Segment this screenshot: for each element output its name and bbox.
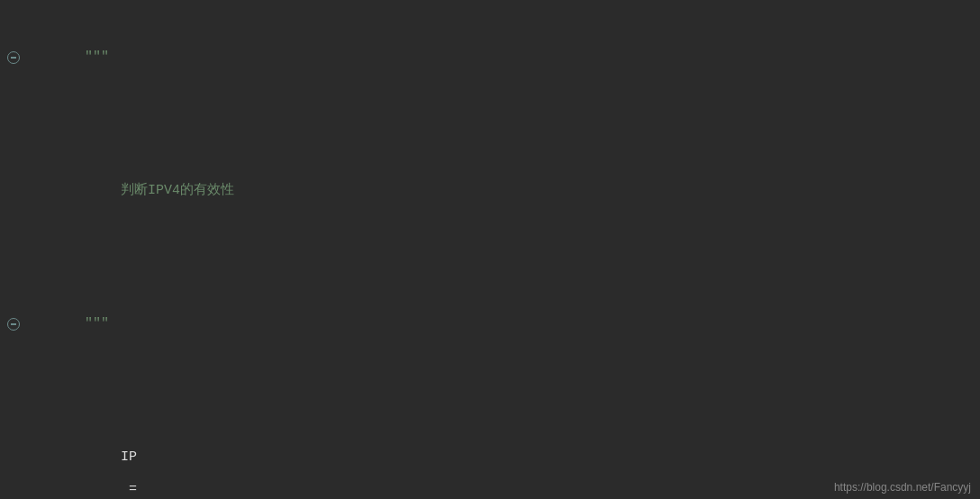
line-3-content: 判断IPV4的有效性 (63, 142, 980, 240)
code-line-6 (0, 375, 980, 407)
code-line-1: """ (0, 7, 980, 108)
comment-text: 判断IPV4的有效性 (121, 183, 234, 198)
code-line-2 (0, 108, 980, 141)
gutter-1 (0, 51, 27, 64)
gutter-icon-1 (7, 51, 20, 64)
op-assign: = (121, 482, 145, 497)
line-5-content: """ (27, 276, 980, 373)
code-editor: """ 判断IPV4的有效性 """ (0, 0, 980, 499)
code-line-5: """ (0, 274, 980, 375)
gutter-5 (0, 318, 27, 331)
line-1-content: """ (27, 9, 980, 106)
watermark: https://blog.csdn.net/Fancyyj (834, 481, 971, 494)
gutter-icon-5 (7, 318, 20, 331)
code-line-7: IP = input ( "请输入需要验证的ip：" ). strip () (0, 407, 980, 499)
svg-rect-1 (11, 323, 16, 325)
var-ip: IP (121, 449, 137, 465)
svg-rect-0 (11, 57, 16, 59)
docstring-open: """ (85, 50, 109, 65)
code-line-3: 判断IPV4的有效性 (0, 141, 980, 241)
code-line-4 (0, 241, 980, 274)
docstring-close: """ (85, 316, 109, 331)
